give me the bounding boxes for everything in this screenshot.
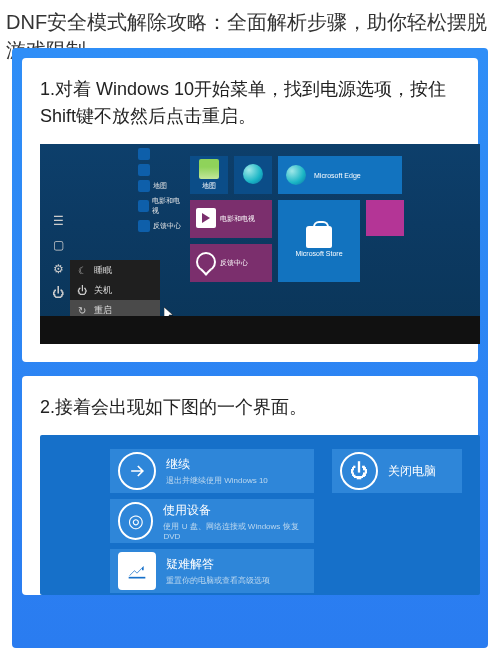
sleep-icon: ☾ — [76, 265, 88, 276]
user-icon[interactable]: ☰ — [49, 214, 67, 232]
power-shutdown[interactable]: ⏻关机 — [70, 280, 160, 300]
power-icon: ⏻ — [340, 452, 378, 490]
tile-edge-small[interactable] — [234, 156, 272, 194]
step-1-text: 1.对着 Windows 10开始菜单，找到电源选项，按住 Shift键不放然后… — [40, 76, 460, 130]
app-list-item — [138, 148, 186, 160]
power-restart[interactable]: ↻重启 — [70, 300, 160, 320]
shutdown-icon: ⏻ — [76, 285, 88, 296]
power-icon[interactable]: ⏻ — [49, 286, 67, 304]
tile-maps[interactable]: 地图 — [190, 156, 228, 194]
settings-icon[interactable]: ⚙ — [49, 262, 67, 280]
svg-rect-0 — [129, 577, 146, 579]
edge-icon — [243, 164, 263, 184]
mouse-cursor-icon — [164, 307, 176, 323]
start-menu-rail: ☰ ▢ ⚙ ⏻ — [46, 208, 70, 310]
start-button-icon[interactable]: ⊞ — [44, 322, 56, 338]
tutorial-frame: 1.对着 Windows 10开始菜单，找到电源选项，按住 Shift键不放然后… — [12, 48, 488, 648]
tray-network-icon[interactable]: 🖧 — [382, 326, 390, 335]
video-icon — [196, 208, 216, 228]
app-list-item: 地图 — [138, 180, 186, 192]
app-list-item: 电影和电视 — [138, 196, 186, 216]
app-list-item: 反馈中心 — [138, 220, 186, 232]
arrow-right-icon — [118, 452, 156, 490]
ime-indicator[interactable]: 英 — [412, 325, 420, 336]
screenshot-winre: 继续 退出并继续使用 Windows 10 ⏻ 关闭电脑 ◎ 使用设备 使用 U… — [40, 435, 480, 595]
app-list-item — [138, 164, 186, 176]
tile-ms-store[interactable]: Microsoft Store — [278, 200, 360, 282]
notification-icon[interactable]: ▭ — [468, 326, 476, 335]
feedback-icon — [196, 252, 216, 272]
tools-icon — [118, 552, 156, 590]
system-tray: ˄ 🖧 🔊 英 16:44 2021/1/29 ▭ — [372, 321, 476, 339]
tray-volume-icon[interactable]: 🔊 — [396, 326, 406, 335]
restart-icon: ↻ — [76, 305, 88, 316]
disc-icon: ◎ — [118, 502, 153, 540]
tray-chevron-icon[interactable]: ˄ — [372, 326, 376, 335]
tile-onenote[interactable] — [366, 200, 404, 236]
winre-use-device[interactable]: ◎ 使用设备 使用 U 盘、网络连接或 Windows 恢复 DVD — [110, 499, 314, 543]
taskbar: ⊞ 🔍 ˄ 🖧 🔊 英 16:44 2021/1/29 ▭ — [40, 316, 480, 344]
tile-feedback-hub[interactable]: 反馈中心 — [190, 244, 272, 282]
map-icon — [199, 159, 219, 179]
screenshot-start-menu: 地图 电影和电视 反馈中心 地图 Microsoft Edge 电影和电视 Mi… — [40, 144, 480, 344]
winre-shutdown[interactable]: ⏻ 关闭电脑 — [332, 449, 462, 493]
step-2-text: 2.接着会出现如下图的一个界面。 — [40, 394, 460, 421]
start-menu-tiles: 地图 Microsoft Edge 电影和电视 Microsoft Store … — [190, 150, 472, 312]
winre-troubleshoot[interactable]: 疑难解答 重置你的电脑或查看高级选项 — [110, 549, 314, 593]
step-2-card: 2.接着会出现如下图的一个界面。 继续 退出并继续使用 Windows 10 ⏻… — [22, 376, 478, 595]
tile-edge-wide[interactable]: Microsoft Edge — [278, 156, 402, 194]
edge-icon — [286, 165, 306, 185]
step-1-card: 1.对着 Windows 10开始菜单，找到电源选项，按住 Shift键不放然后… — [22, 58, 478, 362]
power-sleep[interactable]: ☾睡眠 — [70, 260, 160, 280]
tile-movies-tv[interactable]: 电影和电视 — [190, 200, 272, 238]
power-flyout: ☾睡眠 ⏻关机 ↻重启 — [70, 260, 160, 320]
search-icon[interactable]: 🔍 — [62, 323, 77, 337]
taskbar-clock[interactable]: 16:44 2021/1/29 — [426, 321, 462, 339]
winre-continue[interactable]: 继续 退出并继续使用 Windows 10 — [110, 449, 314, 493]
store-icon — [306, 226, 332, 248]
picture-icon[interactable]: ▢ — [49, 238, 67, 256]
